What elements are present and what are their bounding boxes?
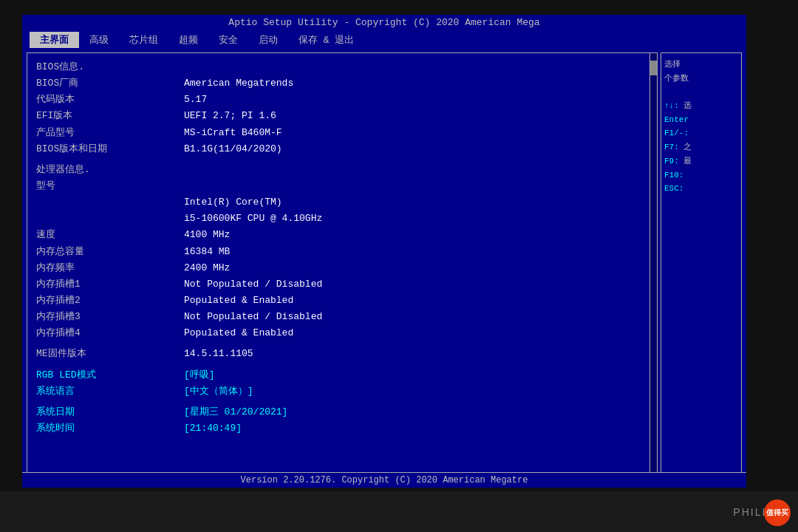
- efi-value: UEFI 2.7; PI 1.6: [183, 108, 641, 124]
- hint-f7-key: F7:: [664, 143, 683, 151]
- cpu-model-label3: [35, 211, 183, 227]
- slot2-label: 内存插槽2: [35, 293, 183, 309]
- nav-item-chipset[interactable]: 芯片组: [119, 32, 168, 48]
- scrollbar[interactable]: [649, 53, 657, 473]
- cpu-model-label: 型号: [35, 178, 183, 194]
- speed-value: 4100 MHz: [183, 227, 641, 243]
- cpu-model-row3: i5-10600KF CPU @ 4.10GHz: [35, 211, 641, 227]
- mem-total-label: 内存总容量: [35, 244, 183, 260]
- watermark-circle: 值得买: [764, 499, 791, 526]
- hint-arrows-key: ↑↓:: [664, 101, 683, 110]
- slot1-value: Not Populated / Disabled: [183, 276, 641, 293]
- lang-row[interactable]: 系统语言 [中文（简体）]: [35, 383, 641, 400]
- slot2-value: Populated & Enabled: [183, 293, 641, 309]
- hint-f10-key: F10:: [664, 171, 683, 180]
- nav-item-overclock[interactable]: 超频: [168, 32, 208, 48]
- title-bar: Aptio Setup Utility - Copyright (C) 2020…: [22, 15, 746, 30]
- me-label: ME固件版本: [35, 346, 183, 362]
- scrollbar-thumb: [650, 61, 658, 75]
- main-panel: BIOS信息. BIOS厂商 American Megatrends 代码版本 …: [27, 52, 658, 474]
- hint-f7: F7: 之: [664, 140, 738, 154]
- cpu-model-label2: [35, 194, 183, 211]
- watermark: 值得买: [764, 499, 791, 526]
- right-sidebar: 选择 个参数 ↑↓: 选 Enter F1/-: F7: 之 F9: 最 F10…: [661, 52, 742, 474]
- nav-item-boot[interactable]: 启动: [248, 32, 288, 48]
- monitor-bottom: PHILIPS: [0, 491, 798, 532]
- mem-freq-label: 内存频率: [35, 260, 183, 276]
- screen-outer: Aptio Setup Utility - Copyright (C) 2020…: [0, 0, 798, 532]
- hint-arrows: ↑↓: 选: [664, 99, 738, 113]
- mem-total-row: 内存总容量 16384 MB: [35, 244, 641, 260]
- bios-section-row: BIOS信息.: [35, 59, 641, 75]
- date-row[interactable]: 系统日期 [星期三 01/20/2021]: [35, 404, 641, 420]
- lang-value: [中文（简体）]: [183, 383, 641, 400]
- slot3-row: 内存插槽3 Not Populated / Disabled: [35, 309, 641, 325]
- time-label: 系统时间: [35, 420, 183, 437]
- vendor-row: BIOS厂商 American Megatrends: [35, 75, 641, 92]
- mem-freq-value: 2400 MHz: [183, 260, 641, 276]
- rgb-value: [呼吸]: [183, 367, 641, 383]
- cpu-model-value2: Intel(R) Core(TM): [183, 194, 641, 211]
- speed-row: 速度 4100 MHz: [35, 227, 641, 243]
- hint-esc: ESC:: [664, 182, 738, 196]
- nav-item-advanced[interactable]: 高级: [79, 32, 119, 48]
- time-value: [21:40:49]: [183, 420, 641, 437]
- efi-row: EFI版本 UEFI 2.7; PI 1.6: [35, 108, 641, 124]
- nav-bar: 主界面 高级 芯片组 超频 安全 启动 保存 & 退出: [22, 30, 746, 50]
- rgb-row[interactable]: RGB LED模式 [呼吸]: [35, 367, 641, 383]
- bios-screen: Aptio Setup Utility - Copyright (C) 2020…: [22, 15, 746, 488]
- code-version-row: 代码版本 5.17: [35, 92, 641, 108]
- date-label: 系统日期: [35, 404, 183, 420]
- title-text: Aptio Setup Utility - Copyright (C) 2020…: [228, 17, 539, 28]
- sidebar-content: 选择 个参数 ↑↓: 选 Enter F1/-: F7: 之 F9: 最 F10…: [664, 58, 738, 196]
- speed-label: 速度: [35, 227, 183, 243]
- hint-f7-label: 之: [683, 143, 692, 151]
- lang-label: 系统语言: [35, 383, 183, 400]
- nav-item-main[interactable]: 主界面: [30, 32, 79, 48]
- bottom-bar: Version 2.20.1276. Copyright (C) 2020 Am…: [22, 472, 746, 488]
- hint-f9: F9: 最: [664, 154, 738, 168]
- bios-section-label: BIOS信息.: [35, 59, 183, 75]
- slot1-row: 内存插槽1 Not Populated / Disabled: [35, 276, 641, 293]
- date-value: [星期三 01/20/2021]: [183, 404, 641, 420]
- mem-total-value: 16384 MB: [183, 244, 641, 260]
- slot4-row: 内存插槽4 Populated & Enabled: [35, 325, 641, 341]
- vendor-value: American Megatrends: [183, 75, 641, 92]
- hint-f9-key: F9:: [664, 157, 683, 166]
- slot2-row: 内存插槽2 Populated & Enabled: [35, 293, 641, 309]
- hint-arrows-label: 选: [683, 101, 692, 110]
- product-row: 产品型号 MS-iCraft B460M-F: [35, 125, 641, 141]
- cpu-model-value3: i5-10600KF CPU @ 4.10GHz: [183, 211, 641, 227]
- hint-fminus-key: F1/-:: [664, 129, 689, 137]
- mem-freq-row: 内存频率 2400 MHz: [35, 260, 641, 276]
- product-label: 产品型号: [35, 125, 183, 141]
- code-version-value: 5.17: [183, 92, 641, 108]
- slot3-label: 内存插槽3: [35, 309, 183, 325]
- hint-esc-key: ESC:: [664, 184, 683, 193]
- bios-date-label: BIOS版本和日期: [35, 141, 183, 157]
- slot3-value: Not Populated / Disabled: [183, 309, 641, 325]
- slot4-label: 内存插槽4: [35, 325, 183, 341]
- main-panel-inner: BIOS信息. BIOS厂商 American Megatrends 代码版本 …: [35, 59, 649, 437]
- product-value: MS-iCraft B460M-F: [183, 125, 641, 141]
- time-row[interactable]: 系统时间 [21:40:49]: [35, 420, 641, 437]
- bios-date-value: B1.1G(11/04/2020): [183, 141, 641, 157]
- hint-f10: F10:: [664, 168, 738, 183]
- me-row: ME固件版本 14.5.11.1105: [35, 346, 641, 362]
- cpu-model-line1: Intel(R) Core(TM): [184, 197, 282, 208]
- hint-enter: Enter: [664, 113, 738, 127]
- cpu-model-row2: Intel(R) Core(TM): [35, 194, 641, 211]
- bottom-bar-text: Version 2.20.1276. Copyright (C) 2020 Am…: [241, 475, 528, 485]
- slot4-value: Populated & Enabled: [183, 325, 641, 341]
- sidebar-title-2: 个参数: [664, 72, 738, 86]
- cpu-model-value: [183, 178, 641, 194]
- content-area: BIOS信息. BIOS厂商 American Megatrends 代码版本 …: [27, 52, 742, 474]
- slot1-label: 内存插槽1: [35, 276, 183, 293]
- cpu-section-row: 处理器信息.: [35, 162, 641, 178]
- sidebar-title-1: 选择: [664, 58, 738, 72]
- nav-item-security[interactable]: 安全: [208, 32, 248, 48]
- efi-label: EFI版本: [35, 108, 183, 124]
- nav-item-save-exit[interactable]: 保存 & 退出: [288, 32, 364, 48]
- hint-enter-key: Enter: [664, 115, 689, 124]
- vendor-label: BIOS厂商: [35, 75, 183, 92]
